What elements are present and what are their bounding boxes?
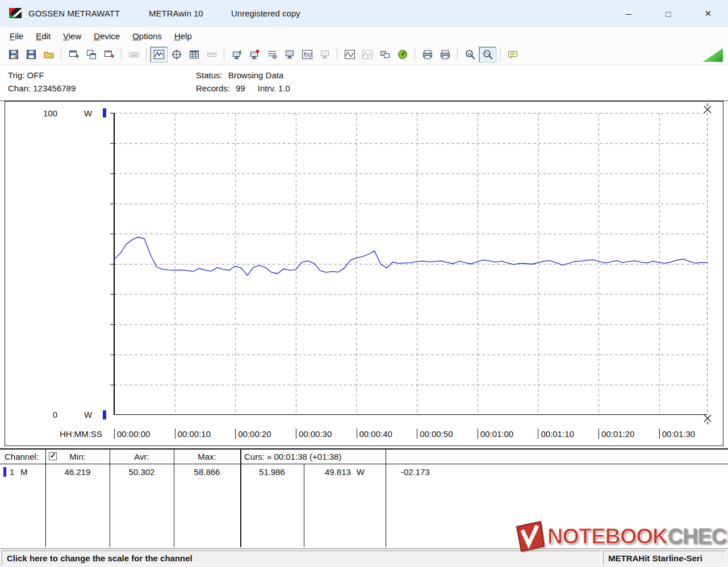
scale-handle-top[interactable] (103, 108, 106, 117)
waveform-alt-icon[interactable] (358, 47, 376, 62)
print-setup-icon[interactable] (436, 47, 454, 62)
trigger-status: Trig: OFF (8, 70, 44, 80)
x-tick-text: 00:01:00 (480, 429, 513, 439)
tooltip-icon[interactable] (504, 47, 521, 62)
x-tick-label: 00:01:30 (659, 429, 695, 440)
open-folder-icon[interactable] (40, 47, 57, 62)
x-tick-mark (175, 429, 175, 439)
channel-number[interactable]: 1 (10, 467, 14, 477)
menu-item-help[interactable]: Help (168, 29, 198, 43)
watermark-notebook-text: NOTEBOOK (547, 524, 668, 548)
toolbar-corner-triangle-icon (702, 48, 723, 62)
toolbar-separator (337, 48, 337, 61)
window-controls: ─□✕ (609, 0, 728, 27)
device-download-icon[interactable] (228, 47, 245, 62)
x-axis-label: HH:MM:SS (60, 429, 102, 439)
x-tick-mark (114, 429, 115, 439)
title-bar: GOSSEN METRAWATT METRAwin 10 Unregistere… (0, 0, 728, 27)
x-tick-text: 00:00:40 (359, 429, 392, 439)
menu-item-file[interactable]: File (3, 29, 30, 43)
y-axis-min-label: 0 (32, 410, 57, 419)
device-offline-icon[interactable] (316, 47, 333, 62)
table-view-icon[interactable] (185, 47, 203, 62)
toolbar-separator (146, 48, 147, 61)
records-value: 99 (236, 83, 245, 93)
table-divider (174, 450, 174, 547)
value-delta: -02.173 (401, 467, 430, 477)
save-as-icon[interactable] (5, 47, 22, 62)
device-config-icon[interactable] (263, 47, 281, 62)
cursor-marker-bottom-icon[interactable] (703, 414, 712, 425)
waveform-icon[interactable] (341, 47, 358, 62)
line-chart-view-icon[interactable] (150, 47, 168, 62)
table-divider (386, 450, 386, 547)
zoom-wave-icon[interactable] (479, 47, 496, 62)
keyboard-icon[interactable] (125, 47, 143, 62)
cursor-b-number: 49.813 (325, 467, 351, 477)
maximize-button[interactable]: □ (648, 0, 688, 27)
copy-window-icon[interactable] (82, 47, 100, 62)
x-tick-text: 00:01:20 (601, 429, 634, 439)
meter-icon[interactable] (394, 47, 411, 62)
table-divider (110, 450, 110, 547)
header-cursor: Curs: » 00:01:38 (+01:38) (244, 452, 341, 461)
x-tick-label: 00:00:30 (296, 429, 332, 440)
x-tick-mark (235, 429, 236, 439)
toolbar: f(x)M (0, 44, 728, 65)
x-tick-mark (478, 429, 478, 439)
toolbar-buttons: f(x)M (5, 47, 521, 62)
x-tick-text: 00:01:30 (662, 429, 695, 439)
cursor-marker-top-icon[interactable] (703, 103, 712, 114)
channel-color-marker[interactable] (3, 467, 6, 477)
crosshair-view-icon[interactable] (168, 47, 185, 62)
function-icon[interactable]: f(x) (298, 47, 316, 62)
x-tick-label: 00:00:50 (417, 429, 453, 440)
watermark-check-text: CHECK (668, 524, 728, 548)
minimize-button[interactable]: ─ (609, 0, 648, 27)
notebookcheck-shield-icon (510, 518, 547, 555)
header-avr: Avr: (110, 452, 174, 461)
menu-bar: FileEditViewDeviceOptionsHelp (0, 27, 728, 44)
toolbar-separator (61, 48, 61, 61)
dual-display-icon[interactable] (376, 47, 394, 62)
y-axis-max-label: 100 (32, 108, 57, 118)
bar-view-icon[interactable] (203, 47, 220, 62)
records-line: Records:99Intrv. 1.0 (196, 83, 290, 93)
x-tick-label: 00:00:10 (175, 429, 211, 440)
device-display-icon[interactable] (281, 47, 298, 62)
x-tick-mark (357, 429, 357, 439)
svg-text:M: M (467, 52, 471, 57)
menu-item-options[interactable]: Options (126, 29, 168, 43)
save-icon[interactable] (22, 47, 40, 62)
chart-panel: 100 W 0 W HH:MM:SS 00:00:0000:00:1000:00… (5, 101, 723, 446)
header-channel: Channel: (5, 452, 39, 461)
scale-handle-bottom[interactable] (103, 410, 106, 419)
print-icon[interactable] (419, 47, 436, 62)
x-tick-mark (659, 429, 660, 439)
metrawin-window: GOSSEN METRAWATT METRAwin 10 Unregistere… (0, 0, 728, 567)
status-value: Browsing Data (228, 70, 284, 80)
channel-mode: M (20, 467, 28, 477)
x-tick-text: 00:00:30 (299, 429, 332, 439)
value-avr: 50.302 (110, 467, 174, 477)
value-max: 58.866 (174, 467, 240, 477)
zoom-manual-icon[interactable]: M (461, 47, 479, 62)
chart-plot[interactable] (110, 113, 708, 415)
x-tick-text: 00:00:10 (178, 429, 211, 439)
device-record-icon[interactable] (245, 47, 263, 62)
svg-text:f(x): f(x) (303, 52, 311, 58)
toolbar-separator (415, 48, 415, 61)
menu-item-view[interactable]: View (57, 29, 87, 43)
status-line: Status:Browsing Data (196, 70, 283, 80)
export-window-icon[interactable] (65, 47, 82, 62)
menu-item-edit[interactable]: Edit (30, 29, 57, 43)
value-min: 46.219 (45, 467, 110, 477)
export-file-icon[interactable] (100, 47, 118, 62)
x-tick-text: 00:00:20 (238, 429, 271, 439)
x-tick-mark (599, 429, 599, 439)
close-button[interactable]: ✕ (688, 0, 728, 27)
menu-item-device[interactable]: Device (87, 29, 126, 43)
table-divider (240, 450, 241, 547)
x-tick-text: 00:00:50 (420, 429, 453, 439)
notebookcheck-watermark: NOTEBOOKCHECK (510, 518, 728, 555)
